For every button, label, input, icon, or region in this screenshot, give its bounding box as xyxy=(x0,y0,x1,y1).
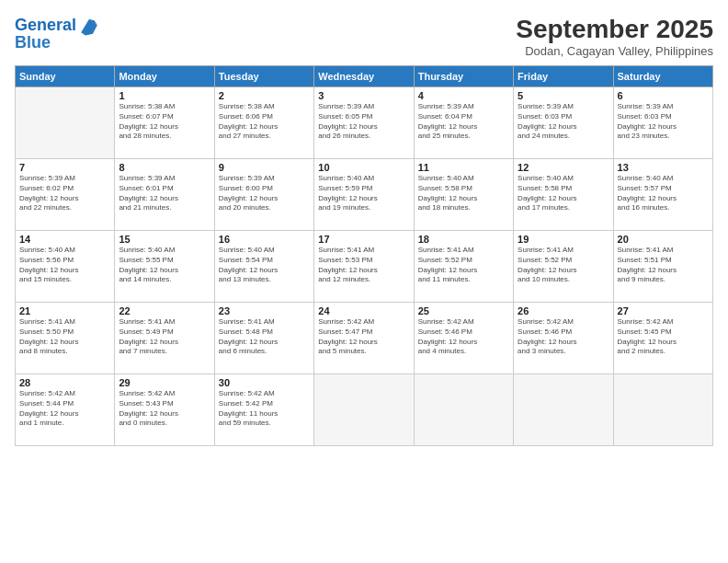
day-number: 15 xyxy=(119,234,210,245)
calendar-cell: 22Sunrise: 5:41 AM Sunset: 5:49 PM Dayli… xyxy=(115,303,214,374)
calendar-cell: 26Sunrise: 5:42 AM Sunset: 5:46 PM Dayli… xyxy=(514,303,613,374)
calendar-cell: 16Sunrise: 5:40 AM Sunset: 5:54 PM Dayli… xyxy=(214,231,313,303)
calendar-cell xyxy=(16,87,115,159)
calendar-cell: 15Sunrise: 5:40 AM Sunset: 5:55 PM Dayli… xyxy=(115,231,214,303)
calendar-cell: 10Sunrise: 5:40 AM Sunset: 5:59 PM Dayli… xyxy=(314,159,414,231)
day-info: Sunrise: 5:40 AM Sunset: 5:58 PM Dayligh… xyxy=(418,174,509,213)
calendar-cell: 6Sunrise: 5:39 AM Sunset: 6:03 PM Daylig… xyxy=(613,87,712,159)
calendar-cell xyxy=(414,374,513,446)
day-info: Sunrise: 5:40 AM Sunset: 5:58 PM Dayligh… xyxy=(518,174,609,213)
day-info: Sunrise: 5:42 AM Sunset: 5:46 PM Dayligh… xyxy=(418,317,509,357)
calendar-cell: 18Sunrise: 5:41 AM Sunset: 5:52 PM Dayli… xyxy=(414,231,513,303)
day-info: Sunrise: 5:41 AM Sunset: 5:53 PM Dayligh… xyxy=(318,246,409,285)
logo-text: General xyxy=(15,17,76,35)
day-number: 21 xyxy=(19,305,110,316)
calendar-cell: 29Sunrise: 5:42 AM Sunset: 5:43 PM Dayli… xyxy=(115,374,214,446)
calendar-cell: 8Sunrise: 5:39 AM Sunset: 6:01 PM Daylig… xyxy=(115,159,214,231)
day-number: 26 xyxy=(518,305,609,316)
calendar-cell: 24Sunrise: 5:42 AM Sunset: 5:47 PM Dayli… xyxy=(314,303,414,374)
day-info: Sunrise: 5:39 AM Sunset: 6:03 PM Dayligh… xyxy=(518,102,609,142)
header: General Blue September 2025 Dodan, Cagay… xyxy=(15,15,713,58)
weekday-header-thursday: Thursday xyxy=(414,66,513,87)
day-info: Sunrise: 5:42 AM Sunset: 5:45 PM Dayligh… xyxy=(618,317,709,357)
calendar-cell: 30Sunrise: 5:42 AM Sunset: 5:42 PM Dayli… xyxy=(214,374,313,446)
calendar-cell: 28Sunrise: 5:42 AM Sunset: 5:44 PM Dayli… xyxy=(16,374,115,446)
weekday-header-saturday: Saturday xyxy=(613,66,712,87)
day-info: Sunrise: 5:40 AM Sunset: 5:54 PM Dayligh… xyxy=(219,246,310,285)
day-number: 29 xyxy=(119,377,210,388)
day-info: Sunrise: 5:40 AM Sunset: 5:56 PM Dayligh… xyxy=(19,246,110,285)
calendar-cell: 5Sunrise: 5:39 AM Sunset: 6:03 PM Daylig… xyxy=(514,87,613,159)
day-info: Sunrise: 5:42 AM Sunset: 5:43 PM Dayligh… xyxy=(119,389,210,429)
day-info: Sunrise: 5:38 AM Sunset: 6:07 PM Dayligh… xyxy=(119,102,210,142)
calendar-cell xyxy=(613,374,712,446)
day-number: 5 xyxy=(518,90,609,101)
day-info: Sunrise: 5:41 AM Sunset: 5:52 PM Dayligh… xyxy=(418,246,509,285)
calendar-table: SundayMondayTuesdayWednesdayThursdayFrid… xyxy=(15,65,713,446)
calendar-cell xyxy=(314,374,414,446)
calendar-cell: 21Sunrise: 5:41 AM Sunset: 5:50 PM Dayli… xyxy=(16,303,115,374)
weekday-header-friday: Friday xyxy=(514,66,613,87)
day-info: Sunrise: 5:42 AM Sunset: 5:42 PM Dayligh… xyxy=(219,389,310,429)
weekday-header-row: SundayMondayTuesdayWednesdayThursdayFrid… xyxy=(16,66,713,87)
day-info: Sunrise: 5:41 AM Sunset: 5:50 PM Dayligh… xyxy=(19,317,110,357)
weekday-header-wednesday: Wednesday xyxy=(314,66,414,87)
calendar-cell: 11Sunrise: 5:40 AM Sunset: 5:58 PM Dayli… xyxy=(414,159,513,231)
calendar-week-row: 28Sunrise: 5:42 AM Sunset: 5:44 PM Dayli… xyxy=(16,374,713,446)
calendar-week-row: 1Sunrise: 5:38 AM Sunset: 6:07 PM Daylig… xyxy=(16,87,713,159)
day-info: Sunrise: 5:42 AM Sunset: 5:44 PM Dayligh… xyxy=(19,389,110,429)
day-number: 9 xyxy=(219,162,310,173)
day-number: 1 xyxy=(119,90,210,101)
calendar-week-row: 7Sunrise: 5:39 AM Sunset: 6:02 PM Daylig… xyxy=(16,159,713,231)
day-number: 25 xyxy=(418,305,509,316)
day-info: Sunrise: 5:39 AM Sunset: 6:05 PM Dayligh… xyxy=(318,102,409,142)
day-number: 8 xyxy=(119,162,210,173)
calendar-week-row: 21Sunrise: 5:41 AM Sunset: 5:50 PM Dayli… xyxy=(16,303,713,374)
calendar-cell: 2Sunrise: 5:38 AM Sunset: 6:06 PM Daylig… xyxy=(214,87,313,159)
day-number: 24 xyxy=(318,305,409,316)
title-area: September 2025 Dodan, Cagayan Valley, Ph… xyxy=(516,15,713,58)
day-number: 14 xyxy=(19,234,110,245)
weekday-header-sunday: Sunday xyxy=(16,66,115,87)
day-number: 18 xyxy=(418,234,509,245)
calendar-cell: 9Sunrise: 5:39 AM Sunset: 6:00 PM Daylig… xyxy=(214,159,313,231)
day-info: Sunrise: 5:41 AM Sunset: 5:49 PM Dayligh… xyxy=(119,317,210,357)
weekday-header-tuesday: Tuesday xyxy=(214,66,313,87)
calendar-cell: 20Sunrise: 5:41 AM Sunset: 5:51 PM Dayli… xyxy=(613,231,712,303)
calendar-cell: 12Sunrise: 5:40 AM Sunset: 5:58 PM Dayli… xyxy=(514,159,613,231)
day-number: 12 xyxy=(518,162,609,173)
calendar-cell xyxy=(514,374,613,446)
day-info: Sunrise: 5:42 AM Sunset: 5:47 PM Dayligh… xyxy=(318,317,409,357)
day-info: Sunrise: 5:38 AM Sunset: 6:06 PM Dayligh… xyxy=(219,102,310,142)
calendar-cell: 25Sunrise: 5:42 AM Sunset: 5:46 PM Dayli… xyxy=(414,303,513,374)
day-number: 3 xyxy=(318,90,409,101)
day-info: Sunrise: 5:41 AM Sunset: 5:51 PM Dayligh… xyxy=(618,246,709,285)
day-number: 2 xyxy=(219,90,310,101)
calendar-cell: 13Sunrise: 5:40 AM Sunset: 5:57 PM Dayli… xyxy=(613,159,712,231)
calendar-cell: 14Sunrise: 5:40 AM Sunset: 5:56 PM Dayli… xyxy=(16,231,115,303)
day-number: 11 xyxy=(418,162,509,173)
calendar-cell: 7Sunrise: 5:39 AM Sunset: 6:02 PM Daylig… xyxy=(16,159,115,231)
day-number: 4 xyxy=(418,90,509,101)
location: Dodan, Cagayan Valley, Philippines xyxy=(516,44,713,58)
calendar-cell: 17Sunrise: 5:41 AM Sunset: 5:53 PM Dayli… xyxy=(314,231,414,303)
day-info: Sunrise: 5:41 AM Sunset: 5:48 PM Dayligh… xyxy=(219,317,310,357)
calendar-cell: 19Sunrise: 5:41 AM Sunset: 5:52 PM Dayli… xyxy=(514,231,613,303)
calendar-cell: 4Sunrise: 5:39 AM Sunset: 6:04 PM Daylig… xyxy=(414,87,513,159)
day-info: Sunrise: 5:41 AM Sunset: 5:52 PM Dayligh… xyxy=(518,246,609,285)
day-number: 6 xyxy=(618,90,709,101)
day-number: 27 xyxy=(618,305,709,316)
day-number: 22 xyxy=(119,305,210,316)
calendar-cell: 3Sunrise: 5:39 AM Sunset: 6:05 PM Daylig… xyxy=(314,87,414,159)
day-info: Sunrise: 5:39 AM Sunset: 6:04 PM Dayligh… xyxy=(418,102,509,142)
day-number: 19 xyxy=(518,234,609,245)
logo: General Blue xyxy=(15,15,100,52)
day-info: Sunrise: 5:40 AM Sunset: 5:55 PM Dayligh… xyxy=(119,246,210,285)
day-number: 16 xyxy=(219,234,310,245)
calendar-cell: 23Sunrise: 5:41 AM Sunset: 5:48 PM Dayli… xyxy=(214,303,313,374)
day-number: 23 xyxy=(219,305,310,316)
day-number: 13 xyxy=(618,162,709,173)
calendar-cell: 1Sunrise: 5:38 AM Sunset: 6:07 PM Daylig… xyxy=(115,87,214,159)
calendar-cell: 27Sunrise: 5:42 AM Sunset: 5:45 PM Dayli… xyxy=(613,303,712,374)
logo-icon xyxy=(78,15,100,37)
